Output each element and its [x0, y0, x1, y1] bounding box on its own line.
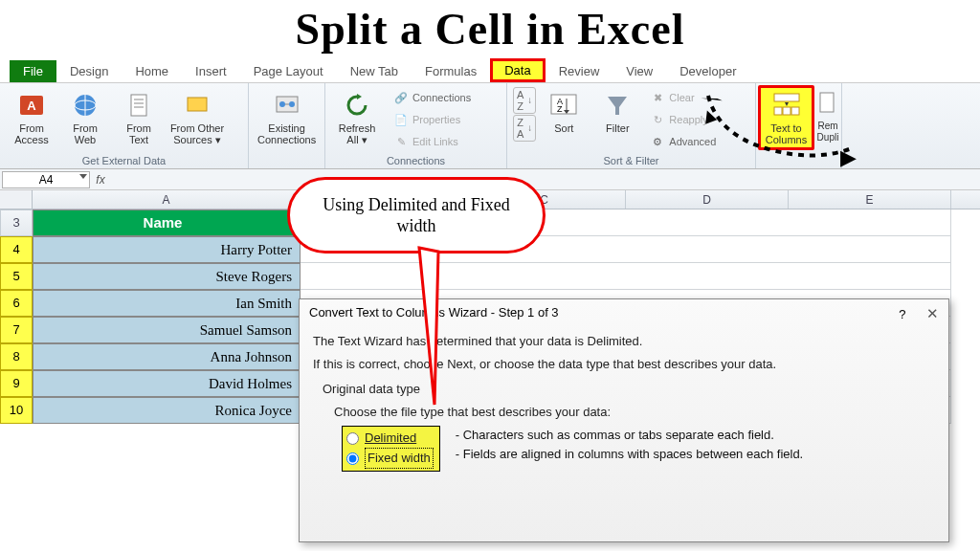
edit-links-icon: ✎ — [393, 134, 409, 149]
refresh-all-button[interactable]: Refresh All ▾ — [331, 87, 383, 148]
from-text-label: From Text — [116, 122, 162, 145]
tab-file[interactable]: File — [10, 60, 56, 82]
existing-conn-label: Existing Connections — [257, 122, 316, 145]
name-box-value: A4 — [39, 173, 54, 187]
callout: Using Delimited and Fixed width — [287, 177, 546, 282]
cell-name[interactable]: Samuel Samson — [33, 317, 301, 343]
sort-az-button[interactable]: AZ↓ — [513, 87, 536, 114]
fx-label: fx — [92, 173, 109, 187]
tab-new-tab[interactable]: New Tab — [337, 60, 412, 82]
cell-a3-header[interactable]: Name — [33, 209, 301, 236]
row-header[interactable]: 8 — [0, 343, 33, 370]
from-other-sources-button[interactable]: From Other Sources ▾ — [167, 87, 228, 148]
col-header-d[interactable]: D — [626, 190, 789, 209]
svg-marker-27 — [419, 248, 438, 405]
row-header[interactable]: 3 — [0, 209, 33, 236]
cell-name[interactable]: Harry Potter — [33, 236, 301, 263]
tab-data[interactable]: Data — [490, 58, 545, 82]
row-header[interactable]: 9 — [0, 370, 33, 397]
svg-point-11 — [279, 101, 285, 107]
wizard-options-box: Delimited Fixed width — [342, 426, 440, 472]
cell-name[interactable]: Ian Smith — [33, 290, 301, 317]
col-header-e[interactable]: E — [789, 190, 951, 209]
svg-text:A: A — [27, 99, 36, 113]
cell-name[interactable]: Steve Rogers — [33, 263, 301, 290]
delimited-label: Delimited — [365, 429, 416, 448]
from-other-label: From Other Sources ▾ — [169, 122, 225, 145]
from-text-button[interactable]: From Text — [113, 87, 165, 148]
tab-view[interactable]: View — [612, 60, 666, 82]
svg-marker-20 — [608, 97, 627, 115]
tab-design[interactable]: Design — [56, 60, 122, 82]
delimited-option[interactable]: Delimited — [345, 429, 434, 448]
text-to-columns-wizard: Convert Text to Columns Wizard - Step 1 … — [299, 298, 949, 542]
filter-label: Filter — [606, 122, 629, 134]
advanced-icon: ⚙ — [650, 134, 665, 149]
connections-icon — [272, 90, 302, 121]
funnel-icon — [602, 90, 633, 121]
svg-rect-9 — [188, 98, 207, 111]
fixed-width-desc: - Fields are aligned in columns with spa… — [456, 445, 803, 464]
col-header-a[interactable]: A — [33, 190, 301, 209]
clear-label: Clear — [669, 92, 694, 103]
sort-za-button[interactable]: ZA↓ — [513, 115, 536, 142]
svg-rect-15 — [551, 95, 576, 114]
properties-button[interactable]: 📄Properties — [389, 109, 476, 130]
connections-button[interactable]: 🔗Connections — [389, 87, 476, 108]
select-all-corner[interactable] — [0, 190, 33, 209]
sort-icon: AZ — [548, 90, 579, 121]
sources-icon — [182, 90, 212, 121]
edit-links-label: Edit Links — [412, 136, 458, 147]
tab-insert[interactable]: Insert — [182, 60, 240, 82]
fixed-width-label: Fixed width — [365, 448, 434, 469]
sort-button[interactable]: AZSort — [538, 87, 590, 137]
from-access-button[interactable]: AFrom Access — [6, 87, 57, 148]
arrow-right-icon: ▶ — [840, 145, 857, 170]
existing-connections-button[interactable]: Existing Connections — [255, 87, 319, 148]
text-file-icon — [123, 90, 154, 121]
svg-marker-14 — [357, 94, 362, 99]
svg-point-12 — [289, 101, 295, 107]
cell-name[interactable]: Ronica Joyce — [33, 397, 301, 424]
row-header[interactable]: 5 — [0, 263, 33, 290]
from-access-label: From Access — [9, 122, 55, 145]
wizard-titlebar: Convert Text to Columns Wizard - Step 1 … — [300, 299, 948, 328]
fixed-width-option[interactable]: Fixed width — [345, 448, 434, 469]
clear-icon: ✖ — [650, 90, 665, 105]
row-header[interactable]: 4 — [0, 236, 33, 263]
properties-icon: 📄 — [393, 112, 409, 127]
row-header[interactable]: 6 — [0, 290, 33, 317]
tab-home[interactable]: Home — [122, 60, 182, 82]
fixed-width-radio[interactable] — [346, 452, 359, 465]
ribbon-tabs: File Design Home Insert Page Layout New … — [0, 60, 980, 83]
row-header[interactable]: 10 — [0, 397, 33, 424]
close-icon[interactable]: ✕ — [926, 305, 939, 321]
svg-text:Z: Z — [557, 104, 563, 114]
cell-name[interactable]: David Holmes — [33, 370, 301, 397]
row-header[interactable]: 7 — [0, 317, 33, 343]
callout-tail-icon — [400, 236, 477, 408]
svg-rect-5 — [131, 95, 146, 116]
tab-page-layout[interactable]: Page Layout — [240, 60, 337, 82]
tab-review[interactable]: Review — [546, 60, 613, 82]
connections-label: Connections — [412, 92, 471, 103]
tab-developer[interactable]: Developer — [666, 60, 749, 82]
reapply-icon: ↻ — [650, 112, 665, 127]
chevron-down-icon[interactable] — [79, 174, 87, 179]
refresh-label: Refresh All ▾ — [334, 122, 380, 145]
from-web-button[interactable]: From Web — [59, 87, 111, 148]
tab-formulas[interactable]: Formulas — [412, 60, 490, 82]
edit-links-button[interactable]: ✎Edit Links — [389, 131, 476, 152]
from-web-label: From Web — [62, 122, 108, 145]
help-button[interactable]: ? — [899, 307, 905, 321]
refresh-icon — [342, 90, 372, 121]
delimited-radio[interactable] — [346, 432, 359, 445]
filter-button[interactable]: Filter — [591, 87, 643, 137]
delimited-desc: - Characters such as commas or tabs sepa… — [456, 426, 803, 445]
link-icon: 🔗 — [393, 90, 409, 105]
group-connections-label: Connections — [331, 153, 501, 166]
name-box[interactable]: A4 — [2, 171, 90, 188]
page-title: Split a Cell in Excel — [0, 0, 980, 60]
cell-name[interactable]: Anna Johnson — [33, 343, 301, 370]
sort-label: Sort — [554, 122, 573, 134]
